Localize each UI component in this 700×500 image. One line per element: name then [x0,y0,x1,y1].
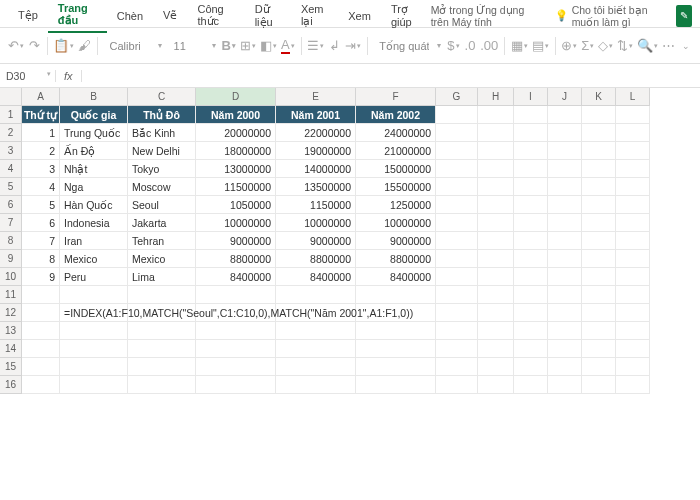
cell[interactable] [276,286,356,304]
cell[interactable] [276,340,356,358]
cell[interactable] [582,214,616,232]
cell[interactable] [436,358,478,376]
name-box[interactable]: D30 [0,70,56,82]
cell[interactable] [436,304,478,322]
cell[interactable] [514,160,548,178]
cell[interactable] [548,250,582,268]
cell[interactable] [276,376,356,394]
cell[interactable] [478,304,514,322]
cell[interactable]: Trung Quốc [60,124,128,142]
cell[interactable] [616,142,650,160]
cell[interactable] [582,196,616,214]
cell[interactable] [582,232,616,250]
cell[interactable] [582,358,616,376]
cell[interactable] [548,160,582,178]
col-header-C[interactable]: C [128,88,196,106]
row-header-9[interactable]: 9 [0,250,22,268]
cell[interactable]: Jakarta [128,214,196,232]
col-header-J[interactable]: J [548,88,582,106]
cell[interactable]: 13000000 [196,160,276,178]
cell[interactable]: 8400000 [356,268,436,286]
row-header-8[interactable]: 8 [0,232,22,250]
cell[interactable] [514,268,548,286]
cell[interactable] [616,268,650,286]
more-icon[interactable]: ⋯ [662,34,675,58]
cell[interactable] [514,286,548,304]
hdr-thudo[interactable]: Thủ Đô [128,106,196,124]
row-header-12[interactable]: 12 [0,304,22,322]
cell[interactable]: 9000000 [356,232,436,250]
cell[interactable]: 19000000 [276,142,356,160]
cell[interactable] [22,304,60,322]
cell[interactable] [436,340,478,358]
cell[interactable] [436,106,478,124]
cell[interactable]: 8800000 [196,250,276,268]
cell[interactable]: 9000000 [276,232,356,250]
cell[interactable] [514,142,548,160]
cell[interactable] [60,322,128,340]
tab-Xem[interactable]: Xem [338,6,381,26]
cell[interactable] [478,142,514,160]
cell[interactable] [128,376,196,394]
cell[interactable] [478,178,514,196]
cell[interactable] [356,376,436,394]
col-header-K[interactable]: K [582,88,616,106]
cell[interactable] [548,106,582,124]
select-all-corner[interactable] [0,88,22,106]
tab-Trang đầu[interactable]: Trang đầu [48,0,107,33]
insert-cells-icon[interactable]: ⊕▾ [561,34,577,58]
cell[interactable]: Mexico [128,250,196,268]
cell[interactable] [514,250,548,268]
row-header-6[interactable]: 6 [0,196,22,214]
col-header-G[interactable]: G [436,88,478,106]
formula-display-cell[interactable]: =INDEX(A1:F10,MATCH("Seoul",C1:C10,0),MA… [60,304,128,322]
cell[interactable]: Nhật [60,160,128,178]
cell[interactable] [582,286,616,304]
align-icon[interactable]: ☰▾ [307,34,324,58]
cell[interactable] [276,322,356,340]
cell[interactable]: 24000000 [356,124,436,142]
cell[interactable]: 21000000 [356,142,436,160]
col-header-I[interactable]: I [514,88,548,106]
sheet-body[interactable]: Thứ tựQuốc giaThủ ĐôNăm 2000Năm 2001Năm … [22,106,650,394]
cell[interactable] [514,214,548,232]
cell[interactable] [616,124,650,142]
cell[interactable] [196,358,276,376]
font-color-icon[interactable]: A▾ [281,34,295,58]
cell[interactable] [514,376,548,394]
cell[interactable] [582,142,616,160]
cell[interactable]: New Delhi [128,142,196,160]
find-icon[interactable]: 🔍▾ [637,34,658,58]
cell[interactable] [478,358,514,376]
hdr-2001[interactable]: Năm 2001 [276,106,356,124]
cell[interactable]: 8400000 [196,268,276,286]
cell[interactable]: 1050000 [196,196,276,214]
autosum-icon[interactable]: Σ▾ [581,34,594,58]
cell[interactable] [582,376,616,394]
cell[interactable] [196,340,276,358]
cell[interactable] [436,178,478,196]
cell[interactable] [436,250,478,268]
cell[interactable] [128,358,196,376]
cell[interactable] [128,322,196,340]
cell[interactable] [514,196,548,214]
cell[interactable] [514,358,548,376]
number-format-select[interactable]: Tổng quát [373,38,443,54]
cell[interactable]: 10000000 [356,214,436,232]
cell[interactable]: Lima [128,268,196,286]
cell[interactable] [514,232,548,250]
clear-icon[interactable]: ◇▾ [598,34,613,58]
cell[interactable] [60,358,128,376]
cell[interactable] [22,286,60,304]
cell[interactable]: 18000000 [196,142,276,160]
cell[interactable] [616,106,650,124]
cell[interactable] [548,142,582,160]
cell[interactable] [616,250,650,268]
cell[interactable]: Seoul [128,196,196,214]
cell[interactable] [478,160,514,178]
cell[interactable] [548,178,582,196]
cell[interactable] [478,286,514,304]
sort-icon[interactable]: ⇅▾ [617,34,633,58]
cell[interactable] [60,340,128,358]
cell[interactable]: 7 [22,232,60,250]
